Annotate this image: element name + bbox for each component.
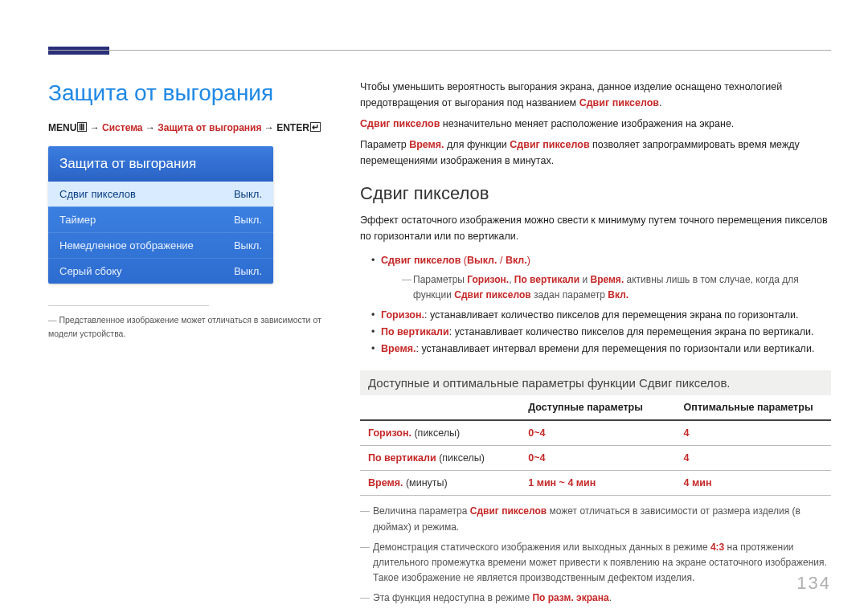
intro-p3: Параметр Время. для функции Сдвиг пиксел… bbox=[360, 137, 831, 169]
breadcrumb-system: Система bbox=[102, 122, 143, 133]
breadcrumb-arrow: → bbox=[264, 122, 276, 133]
th-optimal: Оптимальные параметры bbox=[676, 395, 831, 420]
menu-icon: Ⅲ bbox=[77, 122, 87, 132]
params-table-title: Доступные и оптимальные параметры функци… bbox=[360, 370, 831, 395]
subnote-params-active: Параметры Горизон., По вертикали и Время… bbox=[402, 272, 831, 303]
footnotes: Величина параметра Сдвиг пикселов может … bbox=[360, 504, 831, 606]
bullet-list: Сдвиг пикселов (Выкл. / Вкл.) Параметры … bbox=[360, 252, 831, 358]
osd-row-value: Выкл. bbox=[234, 214, 262, 226]
bullet-horizontal: Горизон.: устанавливает количество пиксе… bbox=[360, 307, 831, 324]
osd-row-immediate-display[interactable]: Немедленное отображение Выкл. bbox=[48, 232, 273, 258]
breadcrumb-enter: ENTER bbox=[276, 122, 309, 133]
table-row: Время. (минуты) 1 мин ~ 4 мин 4 мин bbox=[360, 471, 831, 496]
osd-menu-panel: Защита от выгорания Сдвиг пикселов Выкл.… bbox=[48, 146, 273, 284]
th-name bbox=[360, 395, 520, 420]
osd-row-timer[interactable]: Таймер Выкл. bbox=[48, 206, 273, 232]
osd-row-label: Немедленное отображение bbox=[59, 239, 194, 251]
header-bar-accent bbox=[48, 47, 109, 55]
params-table: Доступные параметры Оптимальные параметр… bbox=[360, 395, 831, 496]
osd-menu-header: Защита от выгорания bbox=[48, 146, 273, 182]
osd-row-label: Таймер bbox=[59, 214, 96, 226]
section-desc: Эффект остаточного изображения можно све… bbox=[360, 212, 831, 244]
osd-menu-body: Сдвиг пикселов Выкл. Таймер Выкл. Немедл… bbox=[48, 182, 273, 284]
page-number: 134 bbox=[796, 573, 831, 594]
osd-row-label: Сдвиг пикселов bbox=[59, 188, 136, 200]
dash-icon: ― bbox=[48, 315, 59, 325]
breadcrumb: MENUⅢ → Система → Защита от выгорания → … bbox=[48, 122, 321, 133]
table-header-row: Доступные параметры Оптимальные параметр… bbox=[360, 395, 831, 420]
breadcrumb-arrow: → bbox=[90, 122, 102, 133]
bullet-pixel-shift: Сдвиг пикселов (Выкл. / Вкл.) Параметры … bbox=[360, 252, 831, 304]
header-rule bbox=[48, 50, 831, 51]
th-available: Доступные параметры bbox=[520, 395, 675, 420]
page-title: Защита от выгорания bbox=[48, 80, 273, 106]
panel-footnote: ― Представленное изображение может отлич… bbox=[48, 313, 326, 341]
footnote-rule bbox=[48, 305, 209, 306]
breadcrumb-arrow: → bbox=[145, 122, 158, 133]
intro-p1: Чтобы уменьшить вероятность выгорания эк… bbox=[360, 79, 831, 111]
osd-row-value: Выкл. bbox=[234, 239, 262, 251]
section-title-pixel-shift: Сдвиг пикселов bbox=[360, 183, 831, 204]
osd-row-value: Выкл. bbox=[234, 265, 262, 277]
intro-block: Чтобы уменьшить вероятность выгорания эк… bbox=[360, 79, 831, 169]
footnote-1: Величина параметра Сдвиг пикселов может … bbox=[360, 504, 831, 534]
bullet-vertical: По вертикали: устанавливает количество п… bbox=[360, 324, 831, 341]
footnote-2: Демонстрация статического изображения ил… bbox=[360, 540, 831, 586]
osd-row-side-gray[interactable]: Серый сбоку Выкл. bbox=[48, 258, 273, 284]
osd-row-pixel-shift[interactable]: Сдвиг пикселов Выкл. bbox=[48, 182, 273, 206]
content-column: Чтобы уменьшить вероятность выгорания эк… bbox=[360, 79, 831, 611]
table-row: Горизон. (пикселы) 0~4 4 bbox=[360, 420, 831, 446]
panel-footnote-text: Представленное изображение может отличат… bbox=[48, 315, 321, 338]
table-row: По вертикали (пикселы) 0~4 4 bbox=[360, 446, 831, 471]
breadcrumb-menu: MENU bbox=[48, 122, 76, 133]
bullet-time: Время.: устанавливает интервал времени д… bbox=[360, 341, 831, 358]
osd-row-value: Выкл. bbox=[234, 188, 262, 200]
osd-row-label: Серый сбоку bbox=[59, 265, 122, 277]
footnote-3: Эта функция недоступна в режиме По разм.… bbox=[360, 591, 831, 606]
intro-p2: Сдвиг пикселов незначительно меняет расп… bbox=[360, 116, 831, 132]
enter-icon: ↵ bbox=[310, 122, 321, 132]
breadcrumb-screen-burn: Защита от выгорания bbox=[158, 122, 261, 133]
